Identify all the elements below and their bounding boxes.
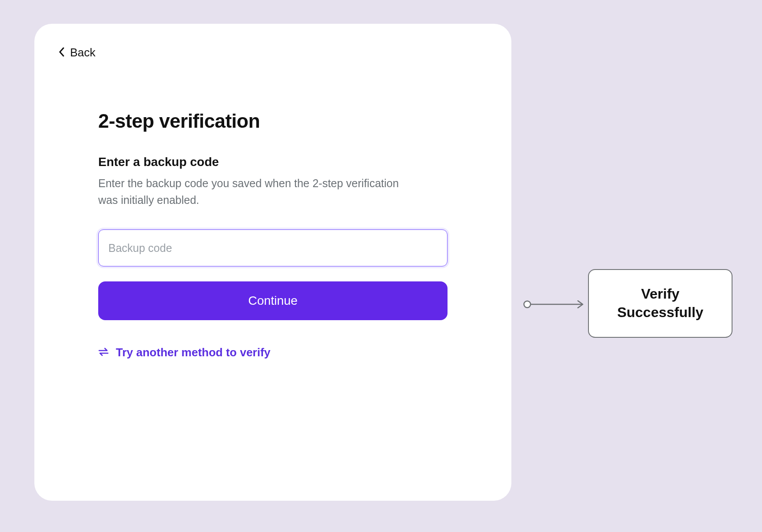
back-button[interactable]: Back [59, 46, 96, 59]
try-another-method-link[interactable]: Try another method to verify [98, 346, 270, 359]
svg-point-0 [524, 301, 531, 308]
flow-arrow [523, 300, 588, 310]
switch-icon [98, 347, 109, 358]
page-description: Enter the backup code you saved when the… [98, 175, 407, 208]
verification-card: Back 2-step verification Enter a backup … [34, 24, 511, 501]
input-wrapper [98, 229, 448, 266]
back-label: Back [70, 46, 96, 59]
backup-code-input[interactable] [98, 229, 448, 266]
chevron-left-icon [59, 47, 65, 59]
content-area: 2-step verification Enter a backup code … [59, 59, 487, 359]
page-title: 2-step verification [98, 110, 448, 132]
try-another-method-label: Try another method to verify [116, 346, 270, 359]
verify-success-text: Verify Successfully [617, 285, 703, 321]
continue-button[interactable]: Continue [98, 281, 448, 320]
page-subtitle: Enter a backup code [98, 155, 448, 169]
verify-success-box: Verify Successfully [588, 269, 732, 338]
